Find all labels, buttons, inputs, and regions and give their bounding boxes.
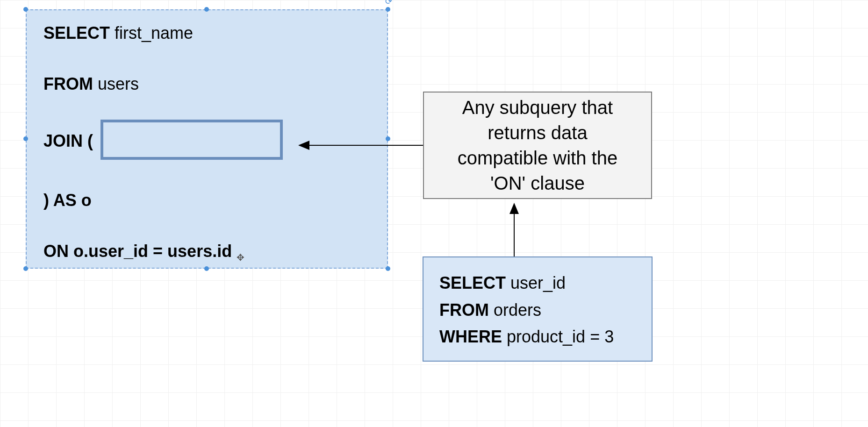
resize-handle-top-left[interactable] — [23, 7, 28, 12]
subquery-placeholder-slot[interactable] — [100, 120, 283, 160]
val-from: users — [98, 74, 139, 93]
kw-as: ) AS — [43, 191, 77, 210]
move-icon[interactable]: ✥ — [237, 252, 244, 263]
sq-val-from: orders — [494, 300, 541, 320]
resize-handle-left-mid[interactable] — [23, 136, 28, 141]
subquery-shape[interactable]: SELECT user_id FROM orders WHERE product… — [423, 256, 653, 362]
sql-line-join: JOIN ( — [43, 124, 370, 160]
sql-line-as: ) AS o — [43, 190, 370, 211]
kw-join: JOIN ( — [43, 131, 93, 150]
subquery-line-where: WHERE product_id = 3 — [439, 323, 636, 350]
main-sql-shape[interactable]: SELECT first_name FROM users JOIN ( ) AS… — [26, 9, 388, 269]
annotation-shape[interactable]: Any subquery that returns data compatibl… — [423, 92, 652, 199]
val-on: o.user_id = users.id — [73, 242, 232, 261]
subquery-line-from: FROM orders — [439, 297, 636, 324]
sq-kw-from: FROM — [439, 300, 489, 320]
val-as: o — [81, 191, 92, 210]
sq-kw-select: SELECT — [439, 273, 506, 292]
resize-handle-bottom-right[interactable] — [386, 266, 390, 271]
val-select: first_name — [115, 23, 193, 43]
resize-handle-right-mid[interactable] — [386, 136, 390, 141]
resize-handle-bottom-left[interactable] — [23, 266, 28, 271]
kw-on: ON — [43, 242, 69, 261]
sql-line-from: FROM users — [43, 73, 370, 94]
resize-handle-top-mid[interactable] — [204, 7, 209, 12]
kw-from: FROM — [43, 74, 93, 93]
annotation-text: Any subquery that returns data compatibl… — [441, 95, 634, 196]
resize-handle-top-right[interactable] — [386, 7, 390, 12]
sq-val-where: product_id = 3 — [507, 327, 614, 346]
sql-line-on: ON o.user_id = users.id ✥ — [43, 241, 370, 263]
resize-handle-bottom-mid[interactable] — [204, 266, 209, 271]
sq-kw-where: WHERE — [439, 327, 502, 346]
sq-val-select: user_id — [510, 273, 566, 292]
sql-line-select: SELECT first_name — [43, 22, 370, 43]
subquery-line-select: SELECT user_id — [439, 270, 636, 297]
rotate-handle-icon[interactable]: ⟳ — [385, 0, 392, 7]
kw-select: SELECT — [43, 23, 110, 43]
